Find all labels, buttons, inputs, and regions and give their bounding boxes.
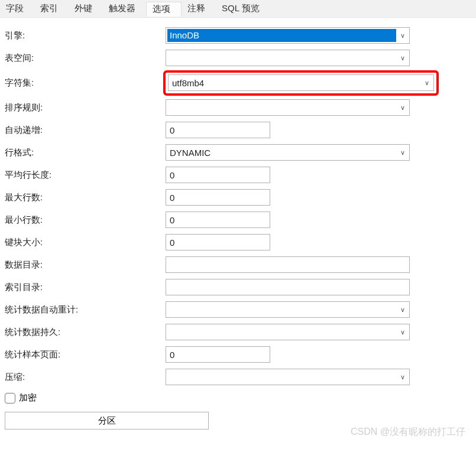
label-engine: 引擎: <box>0 30 166 41</box>
stats-sample-pages-input[interactable] <box>166 346 270 363</box>
row-format-value: DYNAMIC <box>166 148 396 158</box>
label-encryption: 加密 <box>19 392 37 404</box>
chevron-down-icon: ∨ <box>396 373 409 381</box>
label-tablespace: 表空间: <box>0 53 166 64</box>
data-directory-input[interactable] <box>166 256 410 273</box>
label-min-rows: 最小行数: <box>0 214 166 226</box>
watermark: CSDN @没有昵称的打工仔 <box>351 426 465 438</box>
label-charset: 字符集: <box>0 77 166 89</box>
charset-highlight: utf8mb4 ∨ <box>163 70 439 96</box>
label-data-directory: 数据目录: <box>0 259 166 271</box>
compression-dropdown[interactable]: ∨ <box>166 369 410 385</box>
label-compression: 压缩: <box>0 372 166 383</box>
tab-comment[interactable]: 注释 <box>182 2 216 16</box>
auto-increment-input[interactable] <box>166 122 270 138</box>
avg-row-length-input[interactable] <box>166 167 270 183</box>
label-stats-persistent: 统计数据持久: <box>0 327 166 338</box>
index-directory-input[interactable] <box>166 279 410 295</box>
partition-button[interactable]: 分区 <box>5 412 209 430</box>
chevron-down-icon: ∨ <box>396 306 409 314</box>
charset-value: utf8mb4 <box>169 78 420 88</box>
key-block-size-input[interactable] <box>166 234 270 250</box>
engine-value: InnoDB <box>167 29 396 42</box>
label-collation: 排序规则: <box>0 102 166 113</box>
chevron-down-icon: ∨ <box>420 79 433 87</box>
label-avg-row-length: 平均行长度: <box>0 170 166 181</box>
charset-dropdown[interactable]: utf8mb4 ∨ <box>168 74 434 91</box>
tab-triggers[interactable]: 触发器 <box>103 2 146 16</box>
chevron-down-icon: ∨ <box>396 54 409 62</box>
tab-bar: 字段 索引 外键 触发器 选项 注释 SQL 预览 <box>0 0 476 18</box>
label-row-format: 行格式: <box>0 147 166 158</box>
options-form: 引擎: InnoDB ∨ 表空间: ∨ 字符集: utf8mb4 ∨ <box>0 18 476 430</box>
chevron-down-icon: ∨ <box>396 149 409 157</box>
engine-dropdown[interactable]: InnoDB ∨ <box>166 27 410 44</box>
stats-auto-recalc-dropdown[interactable]: ∨ <box>166 301 410 318</box>
max-rows-input[interactable] <box>166 189 270 206</box>
tab-indexes[interactable]: 索引 <box>34 2 69 16</box>
tab-options[interactable]: 选项 <box>146 2 182 17</box>
chevron-down-icon: ∨ <box>396 328 409 336</box>
label-stats-auto-recalc: 统计数据自动重计: <box>0 304 166 315</box>
label-index-directory: 索引目录: <box>0 282 166 293</box>
encryption-checkbox[interactable] <box>5 393 15 404</box>
label-key-block-size: 键块大小: <box>0 237 166 248</box>
label-auto-increment: 自动递增: <box>0 125 166 136</box>
tab-sql-preview[interactable]: SQL 预览 <box>216 2 270 16</box>
chevron-down-icon: ∨ <box>396 32 409 40</box>
tab-foreign-keys[interactable]: 外键 <box>69 2 103 16</box>
collation-dropdown[interactable]: ∨ <box>166 99 410 116</box>
label-stats-sample-pages: 统计样本页面: <box>0 349 166 360</box>
stats-persistent-dropdown[interactable]: ∨ <box>166 324 410 340</box>
row-format-dropdown[interactable]: DYNAMIC ∨ <box>166 144 410 161</box>
min-rows-input[interactable] <box>166 212 270 228</box>
chevron-down-icon: ∨ <box>396 104 409 112</box>
tablespace-dropdown[interactable]: ∨ <box>166 50 410 66</box>
label-max-rows: 最大行数: <box>0 192 166 203</box>
tab-fields[interactable]: 字段 <box>0 2 34 16</box>
